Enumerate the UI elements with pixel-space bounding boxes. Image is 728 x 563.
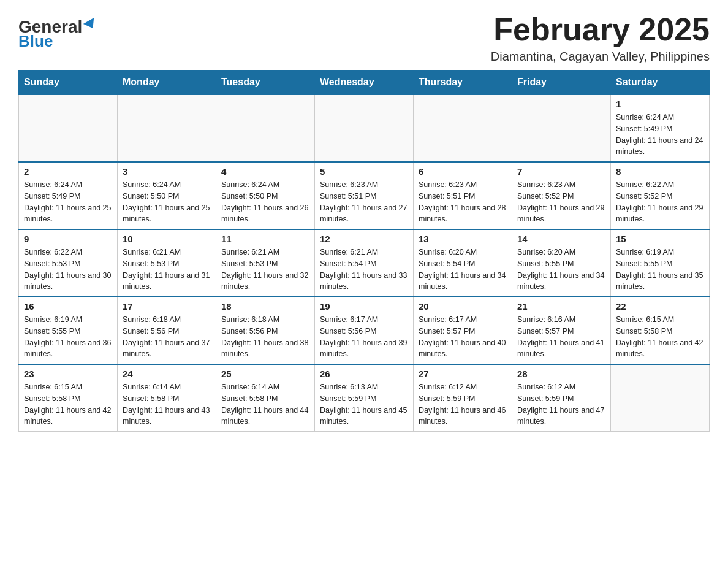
day-number: 7 — [517, 166, 605, 177]
calendar-header-row: Sunday Monday Tuesday Wednesday Thursday… — [19, 71, 710, 95]
day-number: 5 — [320, 166, 408, 177]
title-section: February 2025 Diamantina, Cagayan Valley… — [491, 12, 710, 64]
table-row: 17Sunrise: 6:18 AMSunset: 5:56 PMDayligh… — [118, 297, 216, 364]
day-info: Sunrise: 6:20 AMSunset: 5:54 PMDaylight:… — [419, 247, 507, 293]
day-number: 6 — [419, 166, 507, 177]
table-row — [315, 94, 414, 162]
day-info: Sunrise: 6:12 AMSunset: 5:59 PMDaylight:… — [419, 381, 507, 427]
calendar-week-row: 9Sunrise: 6:22 AMSunset: 5:53 PMDaylight… — [19, 229, 710, 297]
day-number: 28 — [517, 369, 605, 379]
day-info: Sunrise: 6:17 AMSunset: 5:56 PMDaylight:… — [320, 314, 408, 360]
day-number: 24 — [123, 369, 211, 379]
day-info: Sunrise: 6:14 AMSunset: 5:58 PMDaylight:… — [221, 381, 309, 427]
table-row: 22Sunrise: 6:15 AMSunset: 5:58 PMDayligh… — [611, 297, 710, 364]
day-number: 1 — [616, 99, 704, 109]
day-number: 15 — [616, 234, 704, 244]
day-number: 27 — [419, 369, 507, 379]
day-info: Sunrise: 6:24 AMSunset: 5:49 PMDaylight:… — [24, 179, 112, 225]
table-row: 28Sunrise: 6:12 AMSunset: 5:59 PMDayligh… — [512, 364, 611, 432]
table-row — [216, 94, 315, 162]
logo: General Blue — [18, 18, 97, 49]
calendar-table: Sunday Monday Tuesday Wednesday Thursday… — [18, 70, 710, 432]
table-row: 9Sunrise: 6:22 AMSunset: 5:53 PMDaylight… — [19, 229, 118, 297]
calendar-week-row: 2Sunrise: 6:24 AMSunset: 5:49 PMDaylight… — [19, 162, 710, 229]
logo-triangle-icon — [83, 18, 98, 31]
table-row: 2Sunrise: 6:24 AMSunset: 5:49 PMDaylight… — [19, 162, 118, 229]
day-info: Sunrise: 6:19 AMSunset: 5:55 PMDaylight:… — [24, 314, 112, 360]
day-info: Sunrise: 6:18 AMSunset: 5:56 PMDaylight:… — [221, 314, 309, 360]
table-row — [414, 94, 512, 162]
day-info: Sunrise: 6:24 AMSunset: 5:50 PMDaylight:… — [123, 179, 211, 225]
col-monday: Monday — [118, 71, 216, 95]
day-number: 13 — [419, 234, 507, 244]
day-info: Sunrise: 6:23 AMSunset: 5:52 PMDaylight:… — [517, 179, 605, 225]
day-info: Sunrise: 6:24 AMSunset: 5:50 PMDaylight:… — [221, 179, 309, 225]
day-number: 26 — [320, 369, 408, 379]
day-number: 23 — [24, 369, 112, 379]
col-wednesday: Wednesday — [315, 71, 414, 95]
day-number: 10 — [123, 234, 211, 244]
page-header: General Blue February 2025 Diamantina, C… — [18, 12, 710, 64]
col-thursday: Thursday — [414, 71, 512, 95]
table-row: 14Sunrise: 6:20 AMSunset: 5:55 PMDayligh… — [512, 229, 611, 297]
day-info: Sunrise: 6:21 AMSunset: 5:53 PMDaylight:… — [123, 247, 211, 293]
day-info: Sunrise: 6:14 AMSunset: 5:58 PMDaylight:… — [123, 381, 211, 427]
day-info: Sunrise: 6:12 AMSunset: 5:59 PMDaylight:… — [517, 381, 605, 427]
month-title: February 2025 — [491, 12, 710, 47]
table-row: 6Sunrise: 6:23 AMSunset: 5:51 PMDaylight… — [414, 162, 512, 229]
day-info: Sunrise: 6:23 AMSunset: 5:51 PMDaylight:… — [419, 179, 507, 225]
day-info: Sunrise: 6:16 AMSunset: 5:57 PMDaylight:… — [517, 314, 605, 360]
day-number: 17 — [123, 301, 211, 312]
col-friday: Friday — [512, 71, 611, 95]
table-row: 15Sunrise: 6:19 AMSunset: 5:55 PMDayligh… — [611, 229, 710, 297]
location: Diamantina, Cagayan Valley, Philippines — [491, 50, 710, 64]
day-number: 18 — [221, 301, 309, 312]
logo-blue: Blue — [18, 33, 53, 49]
calendar-week-row: 1Sunrise: 6:24 AMSunset: 5:49 PMDaylight… — [19, 94, 710, 162]
table-row: 24Sunrise: 6:14 AMSunset: 5:58 PMDayligh… — [118, 364, 216, 432]
table-row: 13Sunrise: 6:20 AMSunset: 5:54 PMDayligh… — [414, 229, 512, 297]
day-info: Sunrise: 6:21 AMSunset: 5:54 PMDaylight:… — [320, 247, 408, 293]
calendar-week-row: 16Sunrise: 6:19 AMSunset: 5:55 PMDayligh… — [19, 297, 710, 364]
table-row — [512, 94, 611, 162]
day-info: Sunrise: 6:22 AMSunset: 5:52 PMDaylight:… — [616, 179, 704, 225]
day-number: 16 — [24, 301, 112, 312]
table-row: 27Sunrise: 6:12 AMSunset: 5:59 PMDayligh… — [414, 364, 512, 432]
day-number: 21 — [517, 301, 605, 312]
day-info: Sunrise: 6:15 AMSunset: 5:58 PMDaylight:… — [24, 381, 112, 427]
table-row: 10Sunrise: 6:21 AMSunset: 5:53 PMDayligh… — [118, 229, 216, 297]
day-info: Sunrise: 6:17 AMSunset: 5:57 PMDaylight:… — [419, 314, 507, 360]
table-row: 5Sunrise: 6:23 AMSunset: 5:51 PMDaylight… — [315, 162, 414, 229]
table-row: 19Sunrise: 6:17 AMSunset: 5:56 PMDayligh… — [315, 297, 414, 364]
table-row — [118, 94, 216, 162]
day-info: Sunrise: 6:22 AMSunset: 5:53 PMDaylight:… — [24, 247, 112, 293]
day-info: Sunrise: 6:18 AMSunset: 5:56 PMDaylight:… — [123, 314, 211, 360]
day-info: Sunrise: 6:19 AMSunset: 5:55 PMDaylight:… — [616, 247, 704, 293]
day-number: 9 — [24, 234, 112, 244]
table-row — [611, 364, 710, 432]
table-row: 26Sunrise: 6:13 AMSunset: 5:59 PMDayligh… — [315, 364, 414, 432]
table-row: 8Sunrise: 6:22 AMSunset: 5:52 PMDaylight… — [611, 162, 710, 229]
day-number: 14 — [517, 234, 605, 244]
day-number: 3 — [123, 166, 211, 177]
table-row: 4Sunrise: 6:24 AMSunset: 5:50 PMDaylight… — [216, 162, 315, 229]
table-row: 11Sunrise: 6:21 AMSunset: 5:53 PMDayligh… — [216, 229, 315, 297]
day-number: 2 — [24, 166, 112, 177]
table-row: 1Sunrise: 6:24 AMSunset: 5:49 PMDaylight… — [611, 94, 710, 162]
day-number: 11 — [221, 234, 309, 244]
table-row: 25Sunrise: 6:14 AMSunset: 5:58 PMDayligh… — [216, 364, 315, 432]
table-row: 16Sunrise: 6:19 AMSunset: 5:55 PMDayligh… — [19, 297, 118, 364]
table-row: 21Sunrise: 6:16 AMSunset: 5:57 PMDayligh… — [512, 297, 611, 364]
day-number: 22 — [616, 301, 704, 312]
col-tuesday: Tuesday — [216, 71, 315, 95]
col-saturday: Saturday — [611, 71, 710, 95]
day-number: 12 — [320, 234, 408, 244]
table-row: 7Sunrise: 6:23 AMSunset: 5:52 PMDaylight… — [512, 162, 611, 229]
col-sunday: Sunday — [19, 71, 118, 95]
table-row — [19, 94, 118, 162]
table-row: 12Sunrise: 6:21 AMSunset: 5:54 PMDayligh… — [315, 229, 414, 297]
day-info: Sunrise: 6:24 AMSunset: 5:49 PMDaylight:… — [616, 112, 704, 158]
day-number: 4 — [221, 166, 309, 177]
day-number: 20 — [419, 301, 507, 312]
day-number: 19 — [320, 301, 408, 312]
